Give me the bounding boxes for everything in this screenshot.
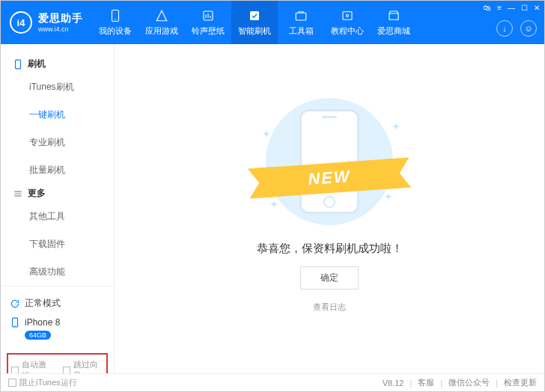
topnav-icon-1 — [155, 9, 168, 22]
phone-outline — [13, 59, 23, 70]
maximize-button[interactable]: ☐ — [521, 4, 528, 12]
topnav-icon-0 — [109, 9, 122, 22]
app-name: 爱思助手 — [38, 12, 83, 25]
header-bar: i4 爱思助手 www.i4.cn 我的设备应用游戏铃声壁纸智能刷机工具箱教程中… — [1, 1, 544, 44]
view-log-link[interactable]: 查看日志 — [313, 301, 346, 313]
minimize-button[interactable]: — — [508, 4, 515, 12]
sidebar: 刷机iTunes刷机一键刷机专业刷机批量刷机更多其他工具下载固件高级功能 正常模… — [1, 44, 115, 373]
menu-icon[interactable]: ≡ — [497, 4, 502, 12]
footer-bar: 阻止iTunes运行 V8.12 | 客服 | 微信公众号 | 检查更新 — [1, 373, 544, 391]
checkbox-1[interactable]: 跳过向导 — [63, 359, 104, 373]
new-ribbon: NEW — [269, 159, 390, 197]
logo[interactable]: i4 爱思助手 www.i4.cn — [1, 1, 92, 44]
topnav-item-0[interactable]: 我的设备 — [92, 1, 138, 44]
topnav-icon-4 — [294, 9, 308, 22]
svg-rect-5 — [343, 11, 352, 19]
topnav-item-4[interactable]: 工具箱 — [278, 1, 324, 44]
topnav-item-3[interactable]: 智能刷机 — [231, 1, 278, 44]
topnav-item-5[interactable]: 教程中心 — [324, 1, 371, 44]
refresh-icon — [10, 298, 20, 309]
close-button[interactable]: ✕ — [534, 4, 540, 12]
success-illustration: ✦ ✦ ✦ ✦ NEW — [247, 98, 412, 225]
version-label: V8.12 — [383, 379, 404, 388]
main-content: ✦ ✦ ✦ ✦ NEW 恭喜您，保资料刷机成功啦！ 确定 查看日志 — [115, 44, 544, 373]
sidebar-item-1-1[interactable]: 下载固件 — [1, 230, 114, 258]
activation-options: 自动激活跳过向导 — [7, 353, 108, 373]
menu-icon — [13, 189, 23, 199]
download-button[interactable]: ↓ — [496, 20, 513, 37]
success-message: 恭喜您，保资料刷机成功啦！ — [257, 242, 403, 256]
topnav-icon-3 — [248, 9, 261, 22]
svg-point-9 — [14, 325, 15, 326]
topnav-icon-2 — [201, 9, 215, 22]
mode-label: 正常模式 — [25, 297, 61, 310]
sidebar-item-0-1[interactable]: 一键刷机 — [1, 101, 114, 129]
sidebar-item-0-0[interactable]: iTunes刷机 — [1, 73, 114, 101]
svg-point-1 — [115, 19, 116, 20]
sidebar-group-0: 刷机 — [1, 55, 114, 73]
footer-link-update[interactable]: 检查更新 — [504, 377, 537, 388]
logo-badge: i4 — [10, 11, 32, 34]
stop-itunes-checkbox[interactable]: 阻止iTunes运行 — [8, 377, 77, 388]
svg-rect-3 — [250, 11, 259, 20]
topnav-icon-5 — [341, 9, 354, 22]
cart-icon[interactable]: 🛍 — [484, 4, 491, 12]
footer-link-wechat[interactable]: 微信公众号 — [448, 377, 490, 388]
checkbox-0[interactable]: 自动激活 — [11, 359, 52, 373]
footer-link-support[interactable]: 客服 — [418, 377, 434, 388]
svg-rect-4 — [296, 13, 306, 20]
sidebar-group-1: 更多 — [1, 184, 114, 203]
topnav-item-1[interactable]: 应用游戏 — [138, 1, 185, 44]
mode-selector[interactable]: 正常模式 — [10, 293, 105, 314]
topnav-item-6[interactable]: 爱思商城 — [371, 1, 417, 44]
sidebar-item-0-3[interactable]: 批量刷机 — [1, 156, 114, 184]
sidebar-item-0-2[interactable]: 专业刷机 — [1, 129, 114, 156]
account-button[interactable]: ☺ — [520, 20, 537, 37]
sidebar-item-1-0[interactable]: 其他工具 — [1, 203, 114, 230]
device-selector[interactable]: iPhone 8 64GB — [10, 314, 105, 343]
sidebar-item-1-2[interactable]: 高级功能 — [1, 258, 114, 286]
svg-point-6 — [347, 14, 349, 16]
phone-icon — [10, 317, 20, 328]
storage-badge: 64GB — [25, 331, 51, 340]
topnav-item-2[interactable]: 铃声壁纸 — [185, 1, 231, 44]
confirm-button[interactable]: 确定 — [300, 266, 359, 290]
topnav-icon-6 — [387, 9, 401, 22]
app-url: www.i4.cn — [38, 25, 83, 33]
window-controls: 🛍 ≡ — ☐ ✕ — [484, 4, 540, 12]
device-name: iPhone 8 — [25, 317, 60, 328]
svg-rect-7 — [16, 60, 21, 69]
